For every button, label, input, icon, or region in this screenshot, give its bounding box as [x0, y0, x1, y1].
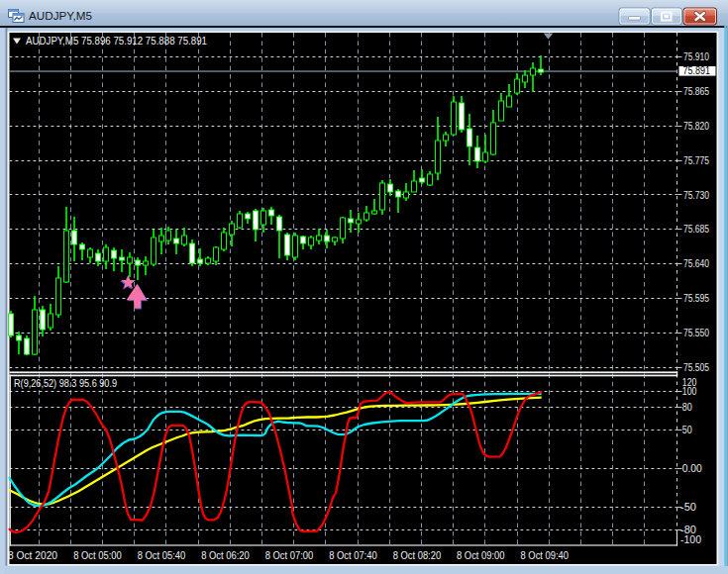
svg-text:75.910: 75.910: [683, 50, 709, 62]
svg-text:75.891: 75.891: [683, 64, 711, 76]
svg-text:75.550: 75.550: [683, 327, 709, 338]
svg-text:8 Oct 2020: 8 Oct 2020: [8, 550, 57, 561]
svg-text:75.505: 75.505: [683, 361, 709, 373]
svg-text:8 Oct 08:20: 8 Oct 08:20: [393, 550, 442, 561]
svg-text:80: 80: [682, 401, 692, 413]
svg-text:8 Oct 05:40: 8 Oct 05:40: [138, 550, 186, 561]
svg-text:AUDJPY,M5 75.896 75.912 75.88: AUDJPY,M5 75.896 75.912 75.888 75.891: [26, 35, 207, 47]
svg-text:-100: -100: [680, 533, 701, 545]
svg-text:-50: -50: [680, 501, 696, 513]
svg-text:75.775: 75.775: [683, 154, 709, 166]
svg-text:8 Oct 07:00: 8 Oct 07:00: [265, 550, 314, 561]
svg-text:R(9,26,52) 98.3 95.6 90.9: R(9,26,52) 98.3 95.6 90.9: [14, 377, 117, 389]
svg-text:8 Oct 05:00: 8 Oct 05:00: [73, 550, 122, 561]
svg-text:8 Oct 07:40: 8 Oct 07:40: [329, 550, 377, 561]
svg-text:75.730: 75.730: [683, 189, 709, 201]
svg-text:75.865: 75.865: [683, 85, 709, 97]
svg-text:8 Oct 09:00: 8 Oct 09:00: [457, 550, 505, 561]
svg-text:75.595: 75.595: [683, 292, 709, 304]
svg-text:0.00: 0.00: [682, 462, 702, 474]
svg-text:120: 120: [682, 376, 697, 388]
svg-text:8 Oct 06:20: 8 Oct 06:20: [201, 550, 250, 561]
svg-text:75.820: 75.820: [683, 120, 709, 132]
svg-text:75.685: 75.685: [683, 223, 709, 235]
svg-text:75.640: 75.640: [683, 257, 709, 269]
svg-text:50: 50: [682, 424, 692, 435]
svg-text:8 Oct 09:40: 8 Oct 09:40: [521, 550, 570, 561]
svg-text:AUDJPY,M5: AUDJPY,M5: [29, 10, 92, 22]
